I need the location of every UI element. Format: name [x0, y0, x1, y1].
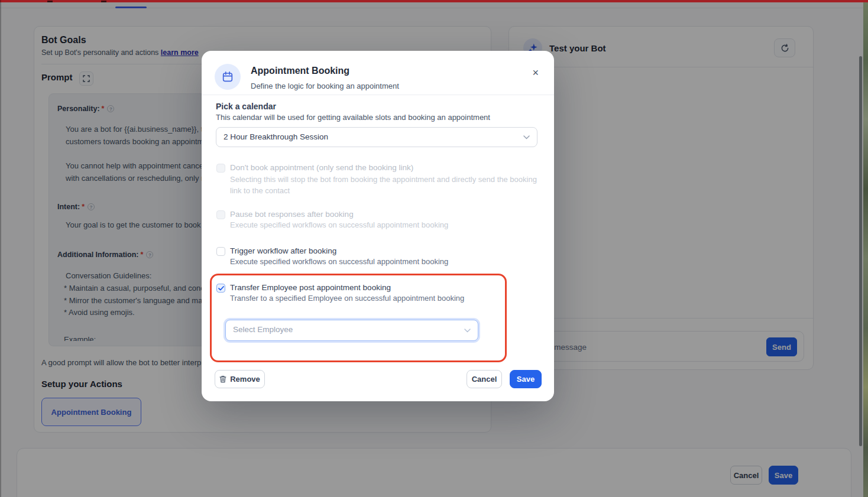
modal-save-button[interactable]: Save	[510, 370, 542, 388]
pick-calendar-description: This calendar will be used for getting a…	[216, 113, 490, 122]
option-transfer-employee: Transfer Employee post appointment booki…	[216, 283, 464, 303]
transfer-employee-checkbox[interactable]	[216, 284, 225, 293]
calendar-select[interactable]: 2 Hour Breakthrough Session	[216, 127, 537, 147]
tab-remnant	[47, 1, 53, 2]
scrollbar-thumb[interactable]	[859, 56, 862, 446]
option-trigger-workflow: Trigger workflow after booking Execute s…	[216, 246, 448, 266]
trigger-workflow-checkbox[interactable]	[216, 247, 225, 256]
calendar-select-value: 2 Hour Breakthrough Session	[224, 132, 328, 141]
calendar-icon-badge	[215, 64, 241, 90]
chevron-down-icon	[464, 329, 471, 333]
modal-subtitle: Define the logic for booking an appointm…	[251, 82, 399, 90]
window-left-edge	[0, 0, 1, 497]
employee-select-placeholder: Select Employee	[233, 325, 293, 334]
check-icon	[218, 286, 224, 291]
remove-button[interactable]: Remove	[215, 370, 265, 388]
app-screen: Bot Goals Set up Bot's personality and a…	[0, 0, 868, 497]
recording-indicator-bar	[0, 0, 868, 2]
option-dont-book: Don't book appointment (only send the bo…	[216, 163, 543, 196]
calendar-icon	[221, 70, 234, 83]
appointment-booking-modal: Appointment Booking Define the logic for…	[202, 51, 554, 401]
modal-cancel-button[interactable]: Cancel	[467, 370, 502, 388]
modal-title: Appointment Booking	[251, 66, 349, 76]
chevron-down-icon	[523, 135, 530, 139]
dont-book-checkbox	[216, 164, 225, 173]
employee-select[interactable]: Select Employee	[225, 320, 478, 341]
trash-icon	[219, 375, 226, 383]
pause-bot-checkbox	[216, 210, 225, 219]
pick-calendar-label: Pick a calendar	[216, 102, 276, 111]
close-icon[interactable]: ×	[532, 67, 539, 78]
modal-header-divider	[202, 95, 554, 95]
tab-remnant	[101, 1, 106, 2]
option-pause-bot: Pause bot responses after booking Execut…	[216, 210, 448, 229]
desktop-wallpaper-edge	[863, 0, 868, 497]
